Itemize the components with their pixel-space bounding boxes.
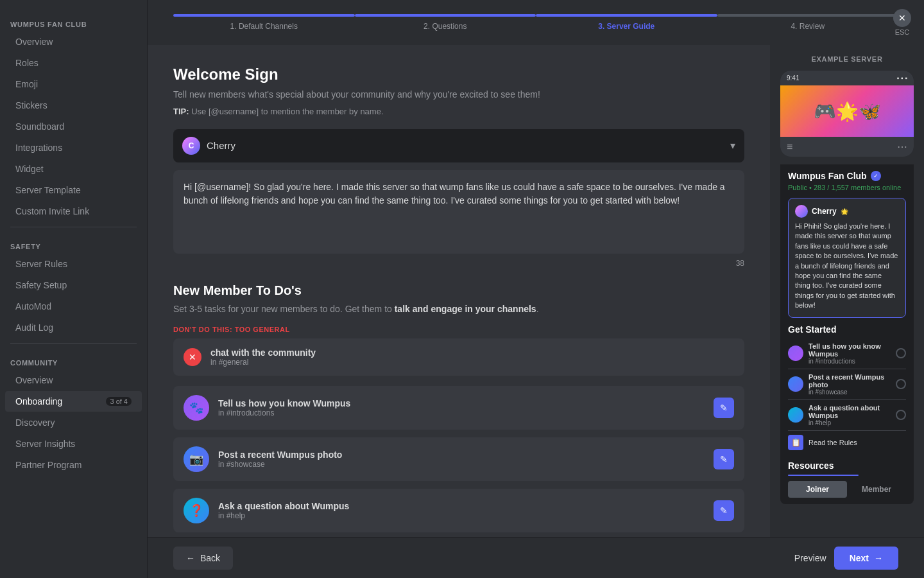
sidebar-item-overview[interactable]: Overview [5,31,142,52]
task-name-2: Post a recent Wumpus photo [218,450,705,460]
edit-button-1[interactable]: ✎ [714,398,734,418]
sidebar-item-server-template[interactable]: Server Template [5,180,142,200]
step-1[interactable]: 1. Default Channels [173,14,355,31]
example-task-row-2: Post a recent Wumpus photo in #showcase [788,369,906,400]
sidebar-item-server-rules[interactable]: Server Rules [5,254,142,274]
content-area: Welcome Sign Tell new members what's spe… [148,45,924,537]
char-count: 38 [173,259,744,268]
esc-button[interactable]: ✕ ESC [893,9,911,36]
welcome-message-text: Hi [@username]! So glad you're here. I m… [184,182,725,206]
steps-bar: 1. Default Channels 2. Questions 3. Serv… [148,0,924,45]
sidebar-item-onboarding[interactable]: Onboarding 3 of 4 [5,391,142,412]
new-member-title: New Member To Do's [173,283,744,298]
task-avatar-1: 🐾 [184,395,209,421]
sidebar-item-safety-setup[interactable]: Safety Setup [5,275,142,295]
bottom-right: Preview Next → [794,547,898,570]
tab-member[interactable]: Member [847,481,906,498]
server-info: Wumpus Fan Club ✓ Public • 283 / 1,557 m… [780,164,914,504]
card-avatar [795,205,808,218]
bad-task-name: chat with the community [210,347,316,358]
left-panel: Welcome Sign Tell new members what's spe… [148,45,770,537]
example-task-row-3: Ask a question about Wumpus in #help [788,400,906,431]
back-button[interactable]: ← Back [173,547,233,570]
bad-task-item: ✕ chat with the community in #general [173,338,744,376]
example-task-info-1: Tell us how you know Wumpus in #introduc… [809,342,891,365]
sidebar-divider-1 [10,227,137,227]
verified-badge: ✓ [871,171,881,181]
sidebar-item-audit-log[interactable]: Audit Log [5,317,142,338]
card-emoji: 🌟 [841,208,848,215]
welcome-sign-tip: TIP: Use [@username] to mention the memb… [173,107,744,116]
step-3-line [536,14,717,17]
task-channel-1: in #introductions [218,408,705,417]
task-check-2 [896,379,906,389]
tab-joiner[interactable]: Joiner [788,481,847,498]
step-1-label: 1. Default Channels [230,22,298,31]
author-avatar: C [182,137,200,155]
next-label: Next [850,553,869,563]
next-button[interactable]: Next → [834,547,898,570]
step-4[interactable]: 4. Review [717,14,899,31]
preview-button[interactable]: Preview [794,553,826,563]
right-panel: EXAMPLE SERVER 9:41 ▪ ▪ ▪ 🎮🌟🦋 ≡ ⋯ Wum [770,45,924,537]
step-2-line [355,14,536,17]
new-member-desc-plain: Set 3-5 tasks for your new members to do… [173,304,395,314]
sidebar-item-partner-program[interactable]: Partner Program [5,455,142,475]
sidebar-item-discovery[interactable]: Discovery [5,412,142,433]
sidebar-item-widget[interactable]: Widget [5,159,142,179]
author-name: Cherry [207,140,235,151]
welcome-card: Cherry 🌟 Hi Phihi! So glad you're here. … [788,198,906,318]
back-arrow-icon: ← [186,553,195,563]
next-arrow-icon: → [874,553,883,563]
rules-icon: 📋 [788,435,803,450]
rules-label: Read the Rules [809,439,857,446]
good-task-3: ❓ Ask a question about Wumpus in #help ✎ [173,489,744,532]
safety-section-title: SAFETY [0,232,147,253]
resources-title: Resources [788,460,906,471]
sidebar-item-roles[interactable]: Roles [5,53,142,73]
phone-status-bar: 9:41 ▪ ▪ ▪ [780,71,914,85]
phone-mockup: 9:41 ▪ ▪ ▪ 🎮🌟🦋 ≡ ⋯ [780,71,914,157]
onboarding-badge: 3 of 4 [106,397,132,406]
sidebar-item-soundboard[interactable]: Soundboard [5,116,142,137]
good-task-2: 📷 Post a recent Wumpus photo in #showcas… [173,437,744,481]
x-icon: ✕ [184,348,201,366]
sidebar-divider-2 [10,343,137,344]
step-3-label: 3. Server Guide [598,22,654,31]
edit-button-2[interactable]: ✎ [714,449,734,469]
card-text: Hi Phihi! So glad you're here. I made th… [795,222,899,311]
task-channel-3: in #help [218,511,705,520]
sidebar-item-stickers[interactable]: Stickers [5,95,142,116]
step-3[interactable]: 3. Server Guide [536,14,717,31]
esc-icon: ✕ [893,9,911,27]
step-4-line [717,14,899,17]
more-icon: ⋯ [897,141,907,153]
dropdown-left: C Cherry [182,137,235,155]
sidebar-item-emoji[interactable]: Emoji [5,74,142,94]
new-member-desc: Set 3-5 tasks for your new members to do… [173,303,744,316]
sidebar-item-custom-invite[interactable]: Custom Invite Link [5,201,142,222]
example-task-name-2: Post a recent Wumpus photo [809,373,891,389]
edit-button-3[interactable]: ✎ [714,500,734,521]
welcome-message-box[interactable]: Hi [@username]! So glad you're here. I m… [173,170,744,254]
sidebar-item-automod[interactable]: AutoMod [5,296,142,317]
example-task-name-3: Ask a question about Wumpus [809,404,891,419]
new-member-desc-bold: talk and engage in your channels [395,304,536,314]
dont-do-label: DON'T DO THIS: TOO GENERAL [173,326,744,333]
author-dropdown[interactable]: C Cherry ▾ [173,129,744,162]
tip-prefix: TIP: [173,107,189,116]
sidebar-item-server-insights[interactable]: Server Insights [5,434,142,454]
task-name-1: Tell us how you know Wumpus [218,398,705,408]
example-task-avatar-1 [788,346,803,361]
task-info-3: Ask a question about Wumpus in #help [218,501,705,520]
example-task-row-1: Tell us how you know Wumpus in #introduc… [788,338,906,369]
task-avatar-3: ❓ [184,498,209,523]
community-section-title: COMMUNITY [0,349,147,369]
resources-tabs: Joiner Member [788,481,906,498]
sidebar-item-community-overview[interactable]: Overview [5,370,142,390]
task-name-3: Ask a question about Wumpus [218,501,705,511]
step-2[interactable]: 2. Questions [355,14,536,31]
sidebar-item-integrations[interactable]: Integrations [5,137,142,158]
example-server-name: Wumpus Fan Club [788,171,867,181]
example-task-channel-3: in #help [809,419,891,426]
